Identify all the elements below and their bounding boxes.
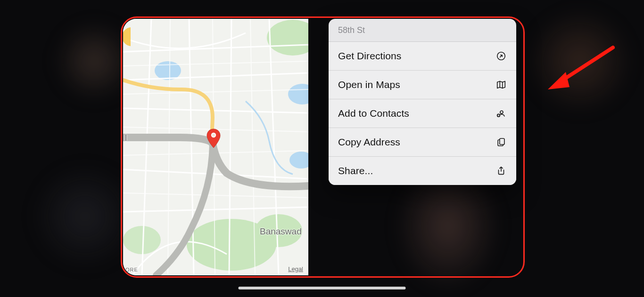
svg-point-4	[123, 226, 161, 254]
menu-item-add-to-contacts[interactable]: Add to Contacts	[329, 99, 516, 128]
svg-point-11	[500, 111, 503, 113]
menu-item-copy-address[interactable]: Copy Address	[329, 128, 516, 157]
menu-item-label: Copy Address	[338, 136, 400, 148]
map-legal-link[interactable]: Legal	[288, 265, 303, 273]
svg-rect-13	[500, 138, 504, 144]
menu-item-share[interactable]: Share...	[329, 157, 516, 185]
map-icon	[495, 79, 507, 90]
home-indicator[interactable]	[239, 287, 406, 289]
svg-point-9	[212, 134, 215, 136]
map-label-left: l	[125, 133, 127, 143]
map-label-bottom-left: ORE	[125, 267, 138, 273]
directions-icon	[495, 50, 507, 62]
menu-item-get-directions[interactable]: Get Directions	[329, 42, 516, 71]
svg-point-5	[155, 61, 181, 80]
share-icon	[495, 165, 507, 177]
map-pin-icon	[206, 128, 222, 149]
map-preview-card[interactable]: l Banaswad ORE Legal	[123, 19, 308, 275]
context-menu-header: 58th St	[329, 19, 516, 42]
copy-icon	[495, 136, 507, 148]
menu-item-open-in-maps[interactable]: Open in Maps	[329, 71, 516, 99]
menu-item-label: Share...	[338, 165, 373, 177]
add-contact-icon	[495, 108, 507, 119]
menu-item-label: Open in Maps	[338, 79, 400, 90]
address-context-menu: 58th St Get Directions Open in Maps Add …	[329, 19, 516, 185]
map-label-banaswadi: Banaswad	[260, 226, 302, 237]
blurred-background	[0, 0, 644, 297]
menu-item-label: Add to Contacts	[338, 108, 409, 119]
menu-item-label: Get Directions	[338, 50, 401, 62]
